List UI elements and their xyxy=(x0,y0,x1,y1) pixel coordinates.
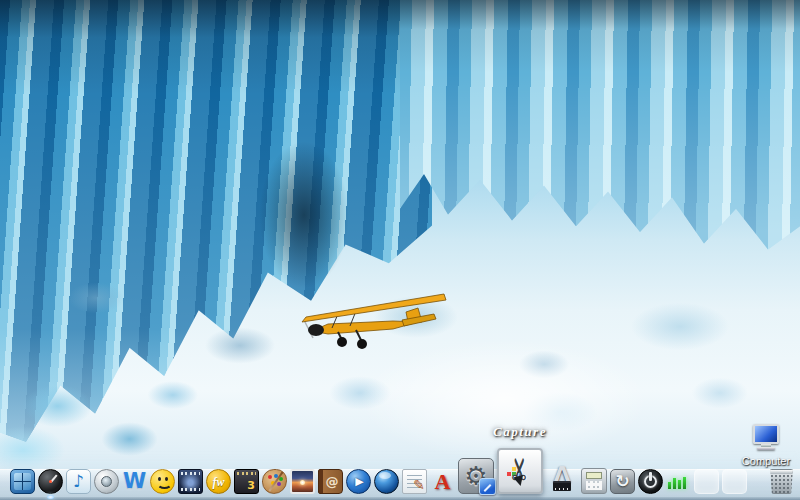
wallpaper-snow-glare xyxy=(360,340,648,460)
system-preferences-icon[interactable]: ⚙ xyxy=(458,458,494,494)
word-icon[interactable]: W xyxy=(122,469,147,494)
letter-a-icon-glyph: A xyxy=(430,469,455,494)
calculator-icon[interactable] xyxy=(581,468,607,494)
system-profiler-icon[interactable]: Λ xyxy=(546,462,578,494)
dock-items: ♪Wfw3@▶✎A⚙✂CaptureΛ↻ xyxy=(10,448,794,494)
film-reel-icon[interactable]: 3 xyxy=(234,469,259,494)
blue-sphere-icon[interactable] xyxy=(374,469,399,494)
word-icon-glyph: W xyxy=(122,469,147,494)
textedit-icon[interactable]: ✎ xyxy=(402,469,427,494)
textedit-icon-glyph: ✎ xyxy=(403,470,426,493)
film-strip-icon[interactable] xyxy=(178,469,203,494)
plane-fuselage xyxy=(312,321,418,334)
music-note-icon[interactable]: ♪ xyxy=(66,469,91,494)
running-indicator xyxy=(47,495,54,499)
plane-cowling xyxy=(308,324,324,336)
address-book-icon[interactable]: @ xyxy=(318,469,343,494)
monitor-screen xyxy=(753,424,779,444)
messenger-smiley-icon[interactable] xyxy=(150,469,175,494)
fireworks-icon-glyph: fw xyxy=(207,470,230,493)
media-play-icon[interactable]: ▶ xyxy=(346,469,371,494)
address-book-icon-glyph: @ xyxy=(319,470,342,493)
yellow-airplane xyxy=(298,284,448,356)
film-reel-icon-glyph: 3 xyxy=(235,470,258,493)
media-play-icon-glyph: ▶ xyxy=(347,470,370,493)
screens-icon[interactable] xyxy=(10,469,35,494)
computer-monitor-icon xyxy=(753,424,779,450)
dock-icon-label: Capture xyxy=(493,424,547,440)
capture-grab-icon[interactable]: ✂Capture xyxy=(497,448,543,494)
camera-lens-icon[interactable] xyxy=(94,469,119,494)
power-icon[interactable] xyxy=(638,469,663,494)
letter-a-icon[interactable]: A xyxy=(430,469,455,494)
paint-palette-icon[interactable] xyxy=(262,469,287,494)
plane-wheel xyxy=(337,337,347,347)
update-badge-icon xyxy=(479,478,496,495)
capture-grab-icon-glyph: ✂ xyxy=(497,448,543,490)
photo-icon[interactable] xyxy=(290,469,315,494)
trash-icon[interactable] xyxy=(769,469,794,494)
wallpaper-glacier xyxy=(0,0,800,500)
clock-dial-icon[interactable] xyxy=(38,469,63,494)
plane-wheel-2 xyxy=(357,339,367,349)
software-update-icon[interactable]: ↻ xyxy=(610,469,635,494)
placeholder-icon[interactable] xyxy=(694,469,719,494)
software-update-icon-glyph: ↻ xyxy=(611,470,634,493)
fireworks-icon[interactable]: fw xyxy=(206,469,231,494)
equalizer-icon[interactable] xyxy=(666,469,691,494)
music-note-icon-glyph: ♪ xyxy=(67,470,90,493)
placeholder-icon-2[interactable] xyxy=(722,469,747,494)
desktop[interactable]: Computer ♪Wfw3@▶✎A⚙✂CaptureΛ↻ xyxy=(0,0,800,500)
system-profiler-icon-glyph: Λ xyxy=(546,455,578,494)
